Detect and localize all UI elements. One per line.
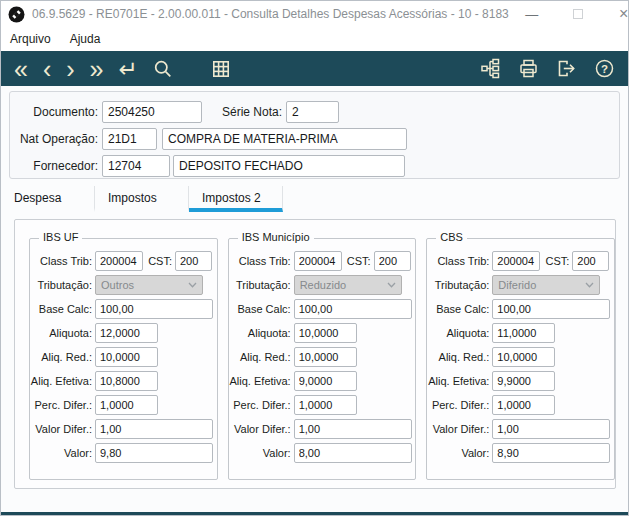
serie-nota-field[interactable]	[286, 101, 339, 123]
cbs-perc-difer-field[interactable]	[492, 395, 555, 415]
base-calc-label: Base Calc:	[427, 303, 492, 315]
ibs-mun-tributacao-select: Reduzido	[294, 275, 402, 295]
tributacao-value: Outros	[101, 279, 134, 291]
cbs-aliq-efetiva-field[interactable]	[492, 371, 555, 391]
fornecedor-label: Fornecedor:	[10, 159, 102, 173]
print-icon[interactable]	[518, 58, 539, 79]
cbs-cst-field[interactable]	[572, 251, 609, 271]
aliq-efetiva-label: Aliq. Efetiva:	[229, 375, 294, 387]
nat-operacao-label: Nat Operação:	[10, 132, 102, 146]
valor-difer-label: Valor Difer.:	[30, 423, 95, 435]
valor-label: Valor:	[229, 447, 294, 459]
ibs-mun-aliquota-field[interactable]	[294, 323, 357, 343]
chevron-down-icon	[188, 282, 197, 288]
aliquota-label: Aliquota:	[229, 327, 294, 339]
tab-impostos[interactable]: Impostos	[95, 186, 189, 212]
ibs-uf-perc-difer-field[interactable]	[95, 395, 158, 415]
ibs-mun-base-calc-field[interactable]	[294, 299, 412, 319]
aliq-efetiva-label: Aliq. Efetiva:	[30, 375, 95, 387]
tab-despesa[interactable]: Despesa	[1, 186, 95, 212]
class-trib-label: Class Trib:	[229, 255, 294, 267]
ibs-mun-aliq-red-field[interactable]	[294, 347, 357, 367]
perc-difer-label: Perc. Difer.:	[427, 399, 492, 411]
base-calc-label: Base Calc:	[229, 303, 294, 315]
cbs-aliq-red-field[interactable]	[492, 347, 555, 367]
tributacao-label: Tributação:	[229, 279, 294, 291]
tab-impostos-2[interactable]: Impostos 2	[189, 186, 283, 212]
maximize-icon[interactable]	[555, 1, 601, 27]
menu-ajuda[interactable]: Ajuda	[70, 32, 101, 46]
ibs-mun-valor-field[interactable]	[294, 443, 412, 463]
ibs-uf-tributacao-select: Outros	[95, 275, 203, 295]
search-icon[interactable]	[153, 59, 173, 79]
menu-arquivo[interactable]: Arquivo	[10, 32, 51, 46]
cbs-tributacao-select: Diferido	[492, 275, 600, 295]
groupbox-ibs-uf: IBS UF Class Trib: CST: Tributação: Outr…	[29, 238, 218, 480]
cbs-valor-difer-field[interactable]	[492, 419, 610, 439]
ibs-mun-class-trib-field[interactable]	[294, 251, 342, 271]
minimize-icon[interactable]: —	[509, 1, 555, 27]
ibs-uf-class-trib-field[interactable]	[95, 251, 143, 271]
valor-label: Valor:	[30, 447, 95, 459]
ibs-mun-cst-field[interactable]	[374, 251, 411, 271]
exit-icon[interactable]	[556, 58, 577, 79]
serie-nota-label: Série Nota:	[202, 105, 286, 119]
ibs-uf-aliquota-field[interactable]	[95, 323, 158, 343]
window-bottom-edge	[1, 512, 628, 515]
valor-difer-label: Valor Difer.:	[229, 423, 294, 435]
class-trib-label: Class Trib:	[30, 255, 95, 267]
cbs-class-trib-field[interactable]	[492, 251, 540, 271]
chevron-down-icon	[585, 282, 594, 288]
close-icon[interactable]: ×	[601, 1, 629, 27]
first-record-icon[interactable]: «	[14, 55, 28, 83]
ibs-uf-valor-field[interactable]	[95, 443, 213, 463]
previous-record-icon[interactable]: ‹	[43, 55, 51, 83]
cbs-valor-field[interactable]	[492, 443, 610, 463]
svg-text:?: ?	[601, 63, 608, 75]
aliq-red-label: Aliq. Red.:	[30, 351, 95, 363]
groupbox-title: CBS	[436, 231, 467, 243]
document-header-panel: Documento: Série Nota: Nat Operação: For…	[9, 91, 620, 179]
ibs-mun-valor-difer-field[interactable]	[294, 419, 412, 439]
ibs-uf-cst-field[interactable]	[175, 251, 212, 271]
toolbar: « ‹ › » ↵	[1, 51, 628, 86]
ibs-uf-valor-difer-field[interactable]	[95, 419, 213, 439]
structure-tree-icon[interactable]	[480, 58, 501, 79]
ibs-uf-aliq-red-field[interactable]	[95, 347, 158, 367]
ibs-uf-aliq-efetiva-field[interactable]	[95, 371, 158, 391]
valor-difer-label: Valor Difer.:	[427, 423, 492, 435]
window-title: 06.9.5629 - RE0701E - 2.00.00.011 - Cons…	[32, 7, 509, 21]
perc-difer-label: Perc. Difer.:	[30, 399, 95, 411]
next-record-icon[interactable]: ›	[66, 55, 74, 83]
ibs-mun-aliq-efetiva-field[interactable]	[294, 371, 357, 391]
tributacao-value: Diferido	[498, 279, 536, 291]
aliq-red-label: Aliq. Red.:	[229, 351, 294, 363]
documento-label: Documento:	[10, 105, 102, 119]
groupbox-title: IBS Município	[238, 231, 314, 243]
title-bar: 06.9.5629 - RE0701E - 2.00.00.011 - Cons…	[1, 1, 628, 27]
last-record-icon[interactable]: »	[90, 55, 104, 83]
help-icon[interactable]: ?	[594, 58, 615, 79]
enter-icon[interactable]: ↵	[118, 55, 137, 83]
tab-strip: Despesa Impostos Impostos 2	[1, 186, 628, 212]
tributacao-label: Tributação:	[30, 279, 95, 291]
nat-operacao-code-field[interactable]	[102, 128, 157, 150]
fornecedor-code-field[interactable]	[102, 155, 170, 177]
tributacao-label: Tributação:	[427, 279, 492, 291]
cst-label: CST:	[347, 255, 374, 267]
groupbox-ibs-municipio: IBS Município Class Trib: CST: Tributaçã…	[228, 238, 417, 480]
groupbox-cbs: CBS Class Trib: CST: Tributação: Diferid…	[426, 238, 615, 480]
grid-icon[interactable]	[211, 59, 231, 79]
fornecedor-desc-field[interactable]	[173, 155, 405, 177]
ibs-mun-perc-difer-field[interactable]	[294, 395, 357, 415]
aliq-efetiva-label: Aliq. Efetiva:	[427, 375, 492, 387]
cbs-aliquota-field[interactable]	[492, 323, 555, 343]
nat-operacao-desc-field[interactable]	[162, 128, 407, 150]
aliquota-label: Aliquota:	[427, 327, 492, 339]
valor-label: Valor:	[427, 447, 492, 459]
documento-field[interactable]	[102, 101, 202, 123]
cbs-base-calc-field[interactable]	[492, 299, 610, 319]
ibs-uf-base-calc-field[interactable]	[95, 299, 213, 319]
perc-difer-label: Perc. Difer.:	[229, 399, 294, 411]
base-calc-label: Base Calc:	[30, 303, 95, 315]
